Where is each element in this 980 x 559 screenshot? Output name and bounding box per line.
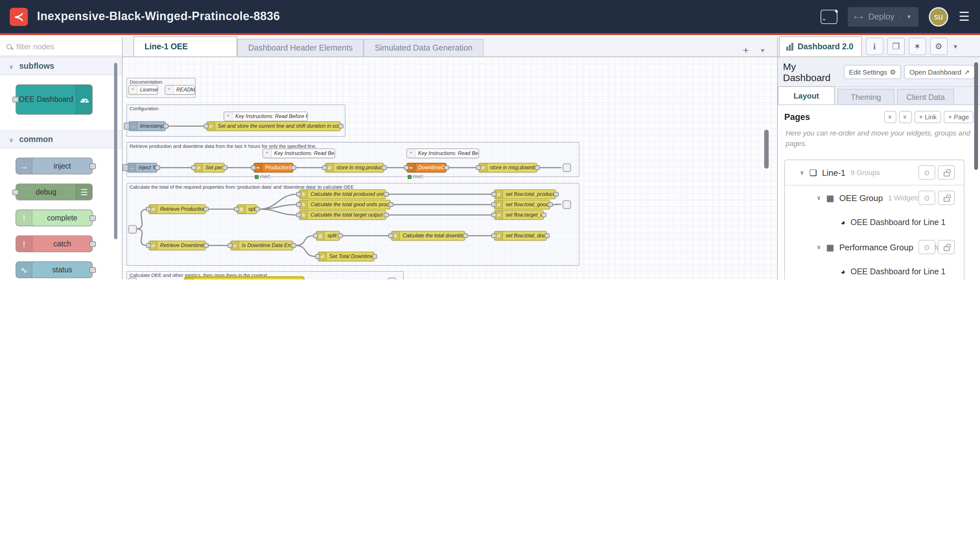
node-set-and-store-the-current-line[interactable]: ⇄Set and store the current line and shif… (206, 121, 341, 131)
node-timestamp-[interactable]: →timestamp ↻ (128, 121, 166, 131)
output-port[interactable] (338, 124, 343, 128)
output-port[interactable] (384, 192, 389, 196)
comment-node-key-instructions-read-before-[interactable]: ❝Key Instructions: Read Before Proceedin… (224, 112, 308, 121)
comment-node-key-instructions-read-before-[interactable]: ❝Key Instructions: Read Before Proceedin… (406, 149, 479, 158)
add-link-button[interactable]: + Link (914, 111, 941, 123)
unlock-icon[interactable] (938, 165, 955, 180)
input-port[interactable] (476, 165, 481, 170)
output-port[interactable] (541, 212, 546, 217)
node-set-flow-total-downtime[interactable]: ⇄set flow.total_downtime (494, 231, 547, 241)
input-port[interactable] (388, 233, 393, 238)
config-gear-icon[interactable]: ⚙ (930, 38, 947, 55)
edit-settings-button[interactable]: Edit Settings ⚙ (844, 64, 901, 79)
chevron-down-icon[interactable]: ∨ (800, 169, 804, 176)
collapse-all-button[interactable]: « (884, 111, 897, 123)
output-port[interactable] (444, 165, 449, 170)
input-port[interactable] (191, 165, 196, 170)
inject-button[interactable] (124, 122, 130, 130)
chevron-down-icon[interactable]: ∨ (817, 244, 821, 250)
add-flow-button[interactable]: ＋ (741, 44, 751, 56)
palette-node-complete[interactable]: !complete (16, 210, 93, 226)
expand-all-button[interactable]: » (899, 111, 912, 123)
flow-list-caret[interactable]: ▼ (760, 47, 766, 53)
palette-node-OEE-Dashboard[interactable]: OEE Dashboard (16, 84, 93, 115)
input-port[interactable] (146, 207, 151, 211)
output-port[interactable] (291, 165, 296, 170)
visibility-eye-icon[interactable]: ⊙ (919, 191, 935, 205)
output-port[interactable] (255, 207, 260, 211)
input-port[interactable] (491, 212, 497, 217)
palette-node-status[interactable]: ∿status (16, 261, 93, 278)
tree-group-row[interactable]: ∨▦Performance Group1 Widgets⊙ (785, 235, 964, 260)
deploy-dropdown-caret[interactable]: ▼ (900, 13, 912, 20)
node-calculate-the-total-produced-u[interactable]: ⇅Calculate the total produced units toda… (299, 189, 386, 199)
tree-page-row[interactable]: ∨❏Line-19 Groups⊙ (785, 160, 964, 185)
canvas-vscrollbar[interactable] (764, 130, 769, 169)
palette-section-subflows[interactable]: ∨subflows (0, 57, 122, 75)
output-port[interactable] (155, 165, 160, 170)
node-set-total-downtime-to-0[interactable]: ⇄Set Total Downtime to 0 (318, 251, 375, 261)
input-port[interactable] (146, 243, 151, 247)
info-icon[interactable]: i (866, 38, 883, 55)
node-calculate-the-total-downtime-d[interactable]: ⇅Calculate the total downtime duration (391, 231, 465, 241)
unlock-icon[interactable] (938, 240, 955, 254)
node-linkin[interactable]: ➤ (128, 225, 137, 233)
output-port[interactable] (544, 233, 549, 238)
input-port[interactable] (296, 212, 301, 217)
node-linkout[interactable]: ➤ (563, 164, 571, 172)
tree-group-row[interactable]: ∨▦OEE Group1 Widgets⊙ (785, 185, 964, 210)
input-port[interactable] (491, 202, 497, 207)
output-port[interactable] (382, 165, 387, 170)
tree-widget-row[interactable]: ◕OEE Dashboard for Line 1 (785, 210, 964, 235)
node-downtimedata[interactable]: ❧DowntimeData (406, 163, 447, 172)
output-port[interactable] (388, 202, 393, 207)
sidebar-dropdown-caret[interactable]: ▼ (952, 43, 958, 50)
palette-scrollbar[interactable] (114, 63, 117, 239)
node-calculate-the-total-good-units[interactable]: ⇅Calculate the total good units produced… (299, 200, 391, 210)
palette-section-common[interactable]: ∨common (0, 131, 122, 149)
tab-dashboard-2[interactable]: Dashboard 2.0 (779, 36, 862, 56)
node-split[interactable]: ▥split (237, 204, 257, 214)
node-store-in-msg-production-data[interactable]: ⇄store in msg.production_data (325, 163, 384, 172)
palette-node-inject[interactable]: →inject (16, 157, 93, 174)
output-port[interactable] (554, 192, 559, 196)
node-store-in-msg-downtime-data[interactable]: ⇄store in msg.downtime_data (478, 163, 537, 172)
input-port[interactable] (203, 124, 209, 128)
node-linkout[interactable]: ➤ (563, 200, 571, 209)
node-set-params[interactable]: ⇄Set params (194, 163, 225, 172)
output-port[interactable] (89, 215, 96, 221)
palette-filter[interactable]: filter nodes (0, 37, 122, 56)
unlock-icon[interactable] (938, 191, 955, 205)
input-port[interactable] (12, 189, 19, 195)
output-port[interactable] (163, 124, 168, 128)
flow-tab-Simulated-Data-Generation[interactable]: Simulated Data Generation (364, 39, 483, 56)
output-port[interactable] (89, 163, 96, 169)
input-port[interactable] (491, 233, 497, 238)
input-port[interactable] (234, 207, 239, 211)
tree-scrollbar-thumb[interactable] (974, 62, 978, 170)
input-port[interactable] (322, 165, 327, 170)
node-productiondata[interactable]: ❧ProductionData (253, 163, 294, 172)
comment-node-key-instructions-read-before-[interactable]: ❝Key Instructions: Read Before Proceedin… (262, 149, 335, 158)
input-port[interactable] (296, 202, 301, 207)
input-port[interactable] (404, 165, 409, 170)
comment-node-readme[interactable]: ❝README (165, 85, 195, 95)
node-set-flow-total-good-units[interactable]: ⇄set flow.total_good_units (494, 200, 550, 210)
node-split[interactable]: ▥split (316, 231, 340, 241)
inject-button[interactable] (122, 164, 128, 171)
node-set-flow-total-produced-units[interactable]: ⇄set flow.total_produced_units (494, 189, 556, 199)
deploy-button[interactable]: ▪–▪ Deploy ▼ (848, 7, 919, 26)
output-port[interactable] (291, 243, 296, 247)
flow-tab-Dashboard-Header-Elements[interactable]: Dashboard Header Elements (237, 39, 364, 56)
visibility-eye-icon[interactable]: ⊙ (919, 240, 935, 254)
node-retrieve-production-data[interactable]: ⇄Retrieve Production Data (148, 204, 206, 214)
dashboard-tab-client-data[interactable]: Client Data (897, 89, 954, 104)
user-avatar[interactable]: su (929, 7, 948, 26)
output-port[interactable] (535, 165, 540, 170)
tree-widget-row[interactable]: ◕OEE Dashboard for Line 1 (785, 260, 964, 280)
output-port[interactable] (89, 267, 96, 273)
output-port[interactable] (338, 233, 343, 238)
output-port[interactable] (463, 233, 468, 238)
comment-node-license[interactable]: ❝License (128, 85, 158, 95)
palette-node-catch[interactable]: !catch (16, 235, 93, 252)
